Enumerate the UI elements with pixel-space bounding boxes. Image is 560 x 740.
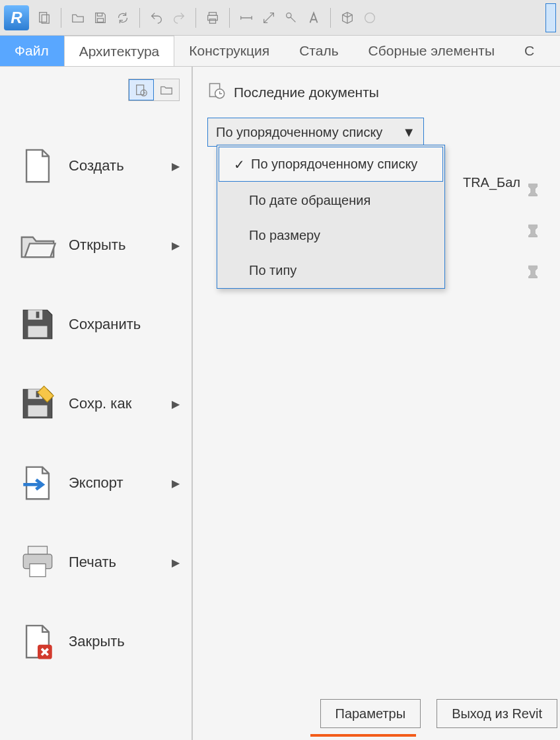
section-icon[interactable] [360,8,380,28]
submenu-arrow-icon: ▶ [172,398,180,410]
ribbon-collapse-icon[interactable] [545,3,556,32]
pin-icon[interactable] [524,223,542,240]
tab-steel[interactable]: Сталь [285,36,353,66]
redo-icon[interactable] [169,8,189,28]
submenu-arrow-icon: ▶ [172,477,180,490]
exit-revit-button[interactable]: Выход из Revit [437,699,557,728]
save-floppy-icon [18,305,57,344]
text-icon[interactable] [304,8,324,28]
separator [61,8,61,28]
sort-option-access-date[interactable]: По дате обращения [217,183,444,218]
menu-export[interactable]: Экспорт ▶ [0,443,192,523]
recent-documents-title: Последние документы [234,85,379,100]
svg-rect-3 [97,18,103,21]
tab-file[interactable]: Файл [0,36,64,66]
undo-icon[interactable] [147,8,166,28]
separator [139,8,140,28]
menu-close[interactable]: Закрыть [0,602,192,681]
tab-architecture[interactable]: Архитектура [64,36,175,66]
menu-save-as-label: Сохр. как [69,395,160,412]
file-menu-list: Создать ▶ Открыть ▶ Сохранить [0,126,192,681]
sort-option-label: По типу [249,263,297,278]
export-icon [18,464,57,502]
tag-icon[interactable] [281,8,301,28]
pin-icon[interactable] [524,264,542,281]
menu-print-label: Печать [69,554,160,571]
quick-access-toolbar: R [0,0,560,36]
menu-print[interactable]: Печать ▶ [0,523,192,602]
ribbon-tabs: Файл Архитектура Конструкция Сталь Сборн… [0,36,560,67]
new-document-icon [18,147,57,185]
tab-assembly[interactable]: Сборные элементы [354,36,510,66]
menu-open-label: Открыть [69,237,160,254]
sort-option-size[interactable]: По размеру [217,218,444,253]
app-logo-icon[interactable]: R [4,5,29,30]
file-menu-column: Создать ▶ Открыть ▶ Сохранить [0,67,193,740]
menu-save-label: Сохранить [69,316,180,333]
separator [195,8,196,28]
sort-option-label: По дате обращения [249,193,370,208]
printer-icon [18,543,57,581]
svg-rect-17 [28,546,48,554]
svg-rect-2 [97,13,102,16]
sync-icon[interactable] [113,8,133,28]
sort-option-label: По упорядоченному списку [251,157,417,172]
pin-icon[interactable] [524,182,542,199]
svg-point-8 [365,13,375,22]
checkmark-icon: ✓ [232,157,246,172]
menu-save-as[interactable]: Сохр. как ▶ [0,364,192,443]
tab-structure[interactable]: Конструкция [174,36,285,66]
print-icon[interactable] [203,8,223,28]
file-backstage: Создать ▶ Открыть ▶ Сохранить [0,67,560,740]
recent-view-toggle [128,79,180,101]
svg-rect-13 [36,312,40,318]
svg-rect-6 [209,18,215,22]
new-project-icon[interactable] [34,8,54,28]
svg-rect-4 [209,12,217,15]
chevron-down-icon: ▼ [402,125,415,140]
save-as-floppy-icon [18,385,57,423]
submenu-arrow-icon: ▶ [172,239,180,252]
svg-point-7 [287,13,291,17]
menu-create-label: Создать [69,157,160,174]
svg-rect-12 [28,326,48,337]
menu-close-label: Закрыть [69,633,180,650]
svg-rect-19 [30,564,46,576]
menu-open[interactable]: Открыть ▶ [0,205,192,285]
recent-documents-toggle-icon[interactable] [129,79,154,100]
backstage-buttons: Параметры Выход из Revit [320,699,561,728]
recent-documents-icon [207,81,226,103]
sort-selected-label: По упорядоченному списку [216,125,382,140]
svg-rect-0 [40,12,47,22]
recent-documents-panel: Последние документы По упорядоченному сп… [193,67,560,740]
sort-option-label: По размеру [249,228,320,243]
menu-create[interactable]: Создать ▶ [0,126,192,205]
submenu-arrow-icon: ▶ [172,556,180,569]
sort-option-ordered-list[interactable]: ✓ По упорядоченному списку [219,147,443,182]
options-button[interactable]: Параметры [320,699,421,728]
open-folder-icon [18,226,57,264]
sort-dropdown-menu: ✓ По упорядоченному списку По дате обращ… [217,145,445,289]
recent-document-name[interactable]: TRA_Бал [463,175,520,190]
3d-view-icon[interactable] [337,8,357,28]
open-documents-toggle-icon[interactable] [154,79,179,100]
annotation-underline [310,734,416,737]
svg-rect-15 [28,405,48,416]
save-icon[interactable] [90,8,110,28]
sort-option-type[interactable]: По типу [217,253,444,288]
separator [229,8,230,28]
separator [330,8,331,28]
tab-more[interactable]: С [510,36,549,66]
sort-dropdown-trigger[interactable]: По упорядоченному списку ▼ [207,118,424,147]
svg-rect-11 [28,310,43,320]
measure-align-icon[interactable] [259,8,279,28]
close-document-icon [18,622,57,661]
recent-documents-header: Последние документы [207,81,548,103]
menu-save[interactable]: Сохранить [0,285,192,364]
open-icon[interactable] [68,8,88,28]
measure-width-icon[interactable] [236,8,256,28]
menu-export-label: Экспорт [69,474,160,492]
submenu-arrow-icon: ▶ [172,160,180,172]
